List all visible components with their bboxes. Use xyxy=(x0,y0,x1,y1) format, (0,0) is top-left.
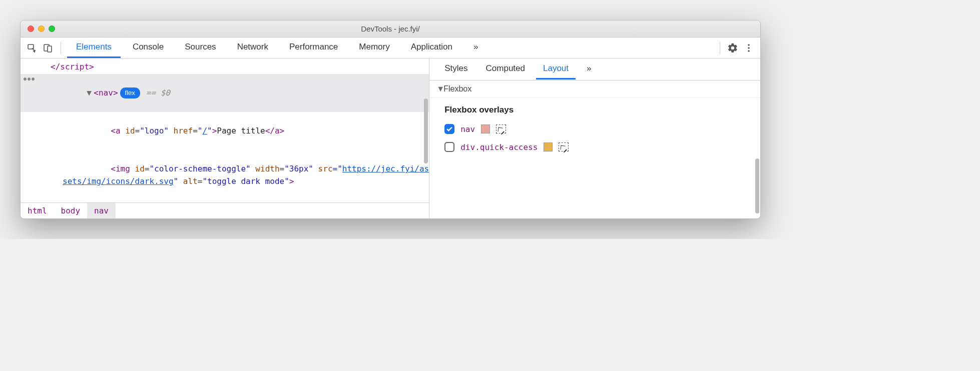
highlight-options-icon[interactable] xyxy=(496,124,506,134)
tab-application[interactable]: Application xyxy=(402,38,461,58)
panels-container: </script> ▼<nav>flex== $0 <a id="logo" h… xyxy=(21,58,760,218)
overlay-label[interactable]: div.quick-access xyxy=(460,142,538,152)
crumb-html[interactable]: html xyxy=(21,203,54,218)
dom-line-a[interactable]: <a id="logo" href="/">Page title</a> xyxy=(21,112,429,150)
href-link[interactable]: / xyxy=(202,126,207,136)
sidebar-panel: Styles Computed Layout » ▼Flexbox Flexbo… xyxy=(429,58,760,218)
sidebar-tabs: Styles Computed Layout » xyxy=(429,58,760,80)
divider xyxy=(720,42,720,54)
window-close-button[interactable] xyxy=(28,26,34,32)
overlay-label[interactable]: nav xyxy=(460,124,475,134)
flexbox-section-header[interactable]: ▼Flexbox xyxy=(429,80,760,98)
kebab-menu-icon[interactable] xyxy=(742,42,755,54)
tab-performance[interactable]: Performance xyxy=(280,38,347,58)
traffic-lights xyxy=(21,26,55,32)
dom-line-img[interactable]: <img id="color-scheme-toggle" width="36p… xyxy=(21,150,429,201)
scrollbar-thumb[interactable] xyxy=(755,158,759,214)
settings-gear-icon[interactable] xyxy=(726,42,739,54)
device-toolbar-icon[interactable] xyxy=(42,42,55,54)
elements-panel: </script> ▼<nav>flex== $0 <a id="logo" h… xyxy=(21,58,429,218)
divider xyxy=(61,42,61,54)
svg-rect-2 xyxy=(48,46,52,52)
window-maximize-button[interactable] xyxy=(49,26,55,32)
color-swatch[interactable] xyxy=(544,142,553,152)
dom-line[interactable]: </script> xyxy=(21,60,429,74)
svg-point-4 xyxy=(748,47,750,49)
main-toolbar: Elements Console Sources Network Perform… xyxy=(21,38,760,58)
crumb-body[interactable]: body xyxy=(54,203,88,218)
svg-point-3 xyxy=(748,44,750,46)
overlay-checkbox[interactable] xyxy=(444,124,454,134)
dom-tree[interactable]: </script> ▼<nav>flex== $0 <a id="logo" h… xyxy=(21,58,429,202)
tab-network[interactable]: Network xyxy=(228,38,277,58)
window-minimize-button[interactable] xyxy=(38,26,45,32)
tab-elements[interactable]: Elements xyxy=(67,38,121,58)
tab-console[interactable]: Console xyxy=(124,38,173,58)
window-title: DevTools - jec.fyi/ xyxy=(21,24,760,33)
sidetab-styles[interactable]: Styles xyxy=(437,59,474,80)
overlay-row-quick-access: div.quick-access xyxy=(444,138,750,156)
dom-line-nav[interactable]: ▼<nav>flex== $0 xyxy=(21,74,429,112)
expand-arrow-icon: ▼ xyxy=(436,84,443,94)
overlay-row-nav: nav xyxy=(444,120,750,138)
expand-arrow-icon[interactable]: ▼ xyxy=(87,87,94,100)
highlight-options-icon[interactable] xyxy=(559,142,569,152)
tabs-overflow[interactable]: » xyxy=(464,38,487,58)
sidetabs-overflow[interactable]: » xyxy=(580,59,598,80)
breadcrumb: html body nav xyxy=(21,202,429,218)
crumb-nav[interactable]: nav xyxy=(87,203,116,218)
sidetab-layout[interactable]: Layout xyxy=(536,59,576,80)
devtools-window: DevTools - jec.fyi/ Elements Console Sou… xyxy=(20,20,761,219)
color-swatch[interactable] xyxy=(481,124,490,134)
flex-badge[interactable]: flex xyxy=(120,88,140,98)
selected-node-indicator: == $0 xyxy=(146,88,170,98)
inspect-element-icon[interactable] xyxy=(26,42,39,54)
sidetab-computed[interactable]: Computed xyxy=(479,59,532,80)
overlays-heading: Flexbox overlays xyxy=(444,105,750,115)
flexbox-section-body: Flexbox overlays nav div.quick-access xyxy=(429,98,760,166)
tab-memory[interactable]: Memory xyxy=(350,38,398,58)
svg-point-5 xyxy=(748,50,750,52)
overlay-checkbox[interactable] xyxy=(444,142,454,152)
tab-sources[interactable]: Sources xyxy=(176,38,225,58)
titlebar: DevTools - jec.fyi/ xyxy=(21,20,760,38)
scrollbar-thumb[interactable] xyxy=(424,98,428,164)
